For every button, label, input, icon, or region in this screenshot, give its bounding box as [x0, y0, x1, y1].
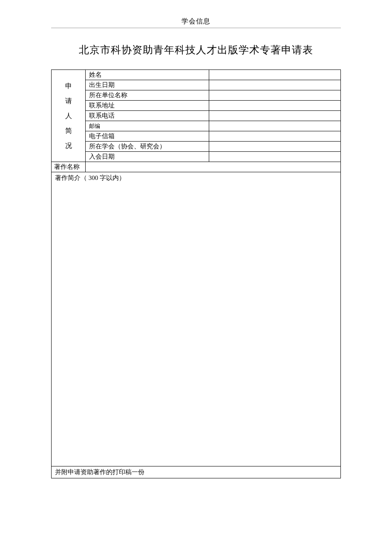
- join-date-label: 入会日期: [86, 152, 209, 162]
- join-date-value: [209, 152, 341, 162]
- page-title: 北京市科协资助青年科技人才出版学术专著申请表: [51, 43, 341, 57]
- table-row: 出生日期: [52, 80, 341, 90]
- table-row: 并附申请资助著作的打印稿一份: [52, 466, 341, 478]
- header-divider: [51, 28, 341, 28]
- birth-date-label: 出生日期: [86, 80, 209, 90]
- birth-date-value: [209, 80, 341, 90]
- table-row: 邮编: [52, 121, 341, 131]
- table-row: 著作名称: [52, 162, 341, 172]
- book-name-label: 著作名称: [52, 162, 86, 172]
- email-value: [209, 131, 341, 142]
- vertical-char: 申: [52, 78, 85, 93]
- table-row: 电子信箱: [52, 131, 341, 142]
- phone-value: [209, 111, 341, 121]
- society-label: 所在学会（协会、研究会）: [86, 142, 209, 152]
- name-value: [209, 70, 341, 80]
- table-row: 著作简介（ 300 字以内）: [52, 172, 341, 466]
- address-value: [209, 101, 341, 111]
- summary-label: 著作简介（ 300 字以内）: [55, 174, 125, 181]
- book-name-value: [86, 162, 341, 172]
- phone-label: 联系电话: [86, 111, 209, 121]
- vertical-char: 况: [52, 138, 85, 153]
- org-label: 所在单位名称: [86, 90, 209, 101]
- address-label: 联系地址: [86, 101, 209, 111]
- society-value: [209, 142, 341, 152]
- table-row: 入会日期: [52, 152, 341, 162]
- table-row: 所在学会（协会、研究会）: [52, 142, 341, 152]
- postcode-value: [209, 121, 341, 131]
- vertical-char: 请: [52, 93, 85, 108]
- table-row: 联系电话: [52, 111, 341, 121]
- page-header: 学会信息: [51, 17, 341, 26]
- footer-note: 并附申请资助著作的打印稿一份: [52, 466, 341, 478]
- email-label: 电子信箱: [86, 131, 209, 142]
- application-form-table: 申 请 人 简 况 姓名 出生日期 所在单位名称 联系地址 联系电话 邮编 电子…: [51, 70, 341, 478]
- applicant-section-header: 申 请 人 简 况: [52, 70, 86, 162]
- org-value: [209, 90, 341, 101]
- table-row: 联系地址: [52, 101, 341, 111]
- postcode-label: 邮编: [86, 121, 209, 131]
- vertical-char: 人: [52, 108, 85, 123]
- table-row: 所在单位名称: [52, 90, 341, 101]
- vertical-char: 简: [52, 123, 85, 138]
- summary-cell: 著作简介（ 300 字以内）: [52, 172, 341, 466]
- table-row: 申 请 人 简 况 姓名: [52, 70, 341, 80]
- name-label: 姓名: [86, 70, 209, 80]
